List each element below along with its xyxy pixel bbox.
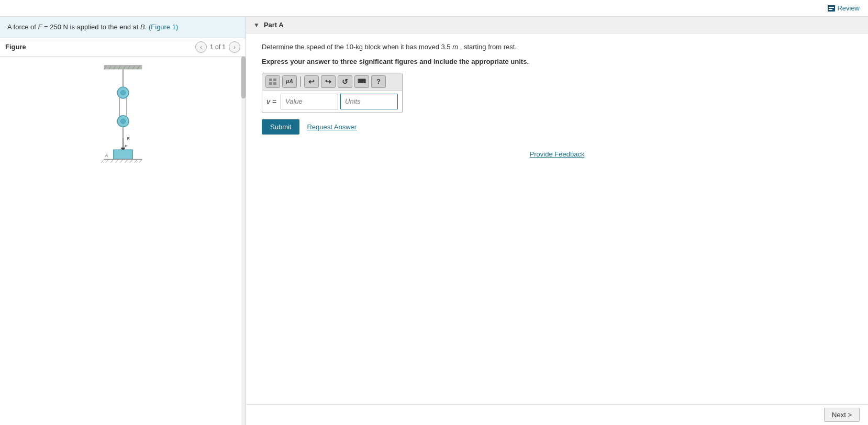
math-variable-label: v = [266,97,276,106]
figure-nav: ‹ 1 of 1 › [195,41,240,53]
problem-text-box: A force of F = 250 N is applied to the e… [0,17,246,38]
svg-line-28 [120,159,123,162]
problem-text-content: A force of F = 250 N is applied to the e… [7,23,178,31]
toolbar-undo-button[interactable]: ↩ [304,75,319,88]
toolbar-help-button[interactable]: ? [371,75,386,88]
part-a-header: ▼ Part A [246,17,868,33]
math-input-wrapper: μA ↩ ↪ ↺ ⌨ ? [262,73,403,113]
svg-rect-33 [269,79,272,81]
question-text: Determine the speed of the 10-kg block w… [262,42,852,52]
figure-prev-button[interactable]: ‹ [195,41,207,53]
toolbar-matrix-button[interactable] [265,75,280,88]
scrollbar-thumb[interactable] [241,57,246,98]
right-panel: ▼ Part A Determine the speed of the 10-k… [246,17,868,425]
figure-section: Figure ‹ 1 of 1 › [0,38,246,426]
keyboard-icon: ⌨ [358,78,366,85]
svg-rect-21 [113,150,132,159]
math-input-row: v = [262,91,402,113]
svg-line-32 [139,159,141,162]
figure-next-button[interactable]: › [229,41,240,53]
figure-counter: 1 of 1 [210,43,226,51]
svg-rect-36 [273,82,276,85]
svg-point-16 [120,119,125,124]
action-row: Submit Request Answer [262,119,852,135]
svg-line-25 [106,159,108,162]
toolbar-ua-button[interactable]: μA [282,75,297,88]
toolbar-keyboard-button[interactable]: ⌨ [354,75,369,88]
svg-line-24 [101,159,104,162]
top-bar: Review [0,0,868,17]
review-link[interactable]: Review [828,4,860,12]
svg-point-12 [120,90,125,95]
figure-link[interactable]: (Figure 1) [149,23,178,31]
provide-feedback-button[interactable]: Provide Feedback [246,143,868,165]
svg-text:B: B [127,137,130,141]
left-panel: A force of F = 250 N is applied to the e… [0,17,246,425]
review-label: Review [837,4,860,12]
help-icon: ? [376,77,381,85]
svg-line-29 [125,159,127,162]
request-answer-button[interactable]: Request Answer [307,123,357,131]
question-unit: m [452,43,460,51]
svg-rect-35 [269,82,272,85]
math-toolbar: μA ↩ ↪ ↺ ⌨ ? [262,73,402,91]
value-input[interactable] [281,94,338,109]
part-a-content: Determine the speed of the 10-kg block w… [246,33,868,143]
redo-icon: ↪ [325,77,331,86]
svg-line-26 [110,159,113,162]
pulley-diagram: B F A [71,62,175,166]
svg-text:F: F [124,144,127,149]
svg-line-27 [115,159,118,162]
toolbar-divider-1 [300,76,301,87]
next-button[interactable]: Next > [824,408,860,422]
bottom-navigation-bar: Next > [246,404,868,425]
svg-text:A: A [104,153,108,158]
part-collapse-arrow[interactable]: ▼ [253,21,260,29]
main-layout: A force of F = 250 N is applied to the e… [0,17,868,425]
part-a-label: Part A [264,21,284,29]
toolbar-reset-button[interactable]: ↺ [338,75,352,88]
figure-title: Figure [5,43,26,51]
figure-header: Figure ‹ 1 of 1 › [0,38,246,57]
scrollbar-track [241,57,246,426]
svg-line-31 [134,159,137,162]
question-instruction: Express your answer to three significant… [262,58,852,65]
submit-button[interactable]: Submit [262,119,299,135]
svg-rect-34 [273,79,276,81]
matrix-icon [269,78,277,85]
reset-icon: ↺ [342,77,348,86]
toolbar-redo-button[interactable]: ↪ [321,75,336,88]
svg-line-30 [129,159,132,162]
review-icon [828,5,835,12]
undo-icon: ↩ [308,77,315,86]
bottom-spacer [246,165,868,192]
figure-image-area: B F A [0,57,246,426]
units-input[interactable] [340,94,398,109]
